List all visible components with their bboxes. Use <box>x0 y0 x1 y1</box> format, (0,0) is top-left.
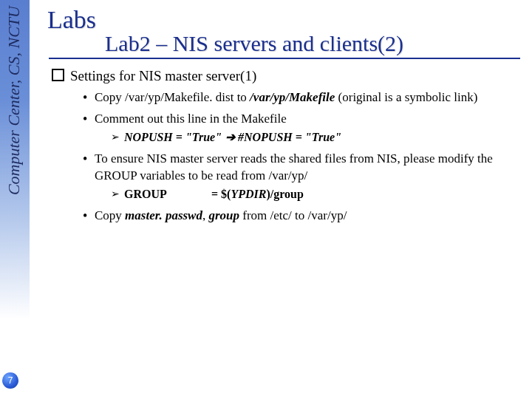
bullet-4-masterpasswd: master. passwd <box>125 208 202 222</box>
section-heading-text: Settings for NIS master server(1) <box>70 68 256 83</box>
bullet-1-text-c: (original is a symbolic link) <box>335 90 477 104</box>
bullet-list: Copy /var/yp/Makefile. dist to /var/yp/M… <box>52 89 525 224</box>
title-sub-dash: – <box>156 31 167 55</box>
bullet-2-text: Comment out this line in the Makefile <box>95 112 287 126</box>
sub-list-3: GROUP= $(YPDIR)/group <box>95 186 519 202</box>
slide-body: Settings for NIS master server(1) Copy /… <box>44 68 525 224</box>
bullet-item-4: Copy master. passwd, group from /etc/ to… <box>83 207 519 224</box>
bullet-item-2: Comment out this line in the Makefile NO… <box>83 110 519 146</box>
bullet-1-path: /var/yp/Makefile <box>250 90 335 104</box>
bullet-1-text-a: Copy /var/yp/Makefile. dist to <box>95 90 250 104</box>
group-label: GROUP <box>124 186 211 202</box>
nopush-after: #NOPUSH = "True" <box>238 131 341 143</box>
nopush-before: NOPUSH = "True" <box>124 131 222 143</box>
bullet-4-text-a: Copy <box>95 208 125 222</box>
hollow-square-bullet-icon <box>52 69 64 81</box>
sidebar-institution-label: Computer Center, CS, NCTU <box>4 6 24 195</box>
sub-item-group: GROUP= $(YPDIR)/group <box>111 186 519 202</box>
bullet-4-group: group <box>208 208 239 222</box>
page-number-badge: 7 <box>2 372 18 389</box>
section-heading: Settings for NIS master server(1) <box>52 68 525 84</box>
sub-list-2: NOPUSH = "True" ➔ #NOPUSH = "True" <box>95 129 519 146</box>
group-val-ypdir: YPDIR <box>231 188 266 200</box>
bullet-4-text-e: from /etc/ to /var/yp/ <box>239 208 347 222</box>
sub-item-nopush: NOPUSH = "True" ➔ #NOPUSH = "True" <box>111 129 519 146</box>
group-val-a: = $( <box>211 188 231 200</box>
group-val-c: )/group <box>266 188 303 200</box>
slide-title-main: Labs <box>47 6 525 34</box>
bullet-3-text: To ensure NIS master server reads the sh… <box>95 151 493 183</box>
bullet-item-1: Copy /var/yp/Makefile. dist to /var/yp/M… <box>83 89 519 106</box>
slide-content: Labs Lab2 – NIS servers and clients(2) S… <box>44 6 525 228</box>
title-sub-prefix: Lab2 <box>105 31 156 55</box>
sidebar-gradient: Computer Center, CS, NCTU <box>0 0 30 399</box>
slide-title-sub: Lab2 – NIS servers and clients(2) <box>49 31 520 59</box>
arrow-icon: ➔ <box>222 131 238 143</box>
bullet-item-3: To ensure NIS master server reads the sh… <box>83 150 519 202</box>
title-sub-rest: NIS servers and clients(2) <box>167 31 403 55</box>
